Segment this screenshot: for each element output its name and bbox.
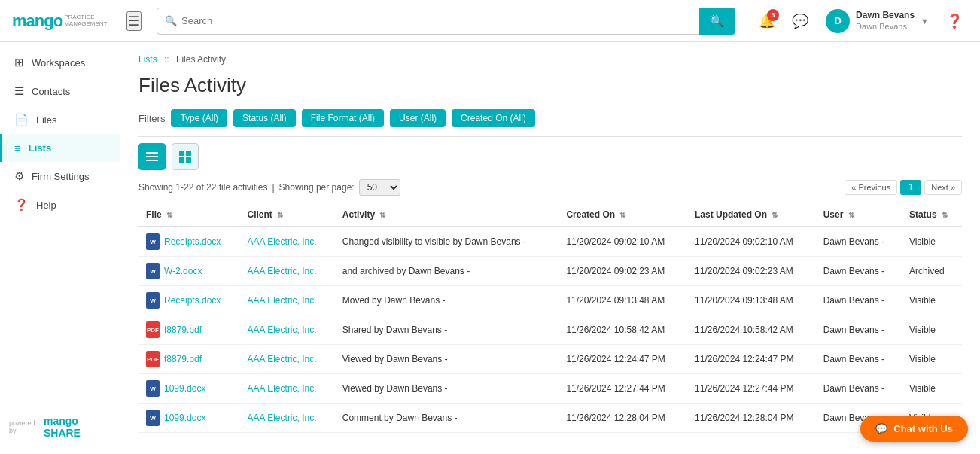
cell-created-1: 11/20/2024 09:02:23 AM — [558, 257, 687, 286]
file-link-5[interactable]: W 1099.docx — [146, 380, 233, 397]
next-button[interactable]: Next » — [924, 180, 962, 195]
file-icon-3: PDF — [146, 321, 160, 338]
filter-format-button[interactable]: File Format (All) — [302, 109, 384, 127]
workspaces-icon: ⊞ — [14, 56, 24, 69]
breadcrumb: Lists :: Files Activity — [138, 54, 962, 65]
file-link-3[interactable]: PDF f8879.pdf — [146, 321, 233, 338]
client-link-3[interactable]: AAA Electric, Inc. — [248, 325, 317, 335]
cell-activity-4: Viewed by Dawn Bevans - — [335, 345, 559, 374]
svg-rect-6 — [186, 157, 191, 163]
file-name-4: f8879.pdf — [164, 354, 202, 364]
cell-file-1: W W-2.docx — [138, 257, 240, 286]
cell-client-3: AAA Electric, Inc. — [240, 315, 335, 345]
file-link-6[interactable]: W 1099.docx — [146, 410, 233, 426]
filter-user-button[interactable]: User (All) — [390, 109, 446, 127]
cell-client-4: AAA Electric, Inc. — [240, 345, 335, 374]
col-last-updated[interactable]: Last Updated On ⇅ — [687, 203, 816, 227]
sidebar-item-files[interactable]: 📄 Files — [0, 105, 120, 134]
cell-user-5: Dawn Bevans - — [816, 374, 902, 404]
file-link-1[interactable]: W W-2.docx — [146, 263, 233, 279]
user-menu[interactable]: D Dawn Bevans Dawn Bevans ▼ — [820, 6, 935, 36]
file-link-2[interactable]: W Receipts.docx — [146, 292, 233, 309]
filter-type-button[interactable]: Type (All) — [171, 109, 227, 127]
notification-badge: 3 — [767, 9, 779, 21]
pagination-left: Showing 1-22 of 22 file activities | Sho… — [138, 179, 400, 196]
client-link-4[interactable]: AAA Electric, Inc. — [248, 354, 317, 364]
previous-button[interactable]: « Previous — [845, 180, 897, 195]
list-view-button[interactable] — [138, 143, 166, 170]
showing-per-label: Showing per page: — [279, 182, 355, 193]
col-user[interactable]: User ⇅ — [816, 203, 902, 227]
sort-updated-icon: ⇅ — [772, 211, 778, 219]
file-link-0[interactable]: W Receipts.docx — [146, 233, 233, 250]
col-status[interactable]: Status ⇅ — [902, 203, 962, 227]
pagination-right: « Previous 1 Next » — [845, 180, 962, 195]
file-name-6: 1099.docx — [164, 413, 205, 423]
client-link-6[interactable]: AAA Electric, Inc. — [248, 413, 317, 423]
sidebar-item-label: Help — [36, 200, 56, 211]
cell-status-3: Visible — [902, 315, 962, 345]
col-file[interactable]: File ⇅ — [138, 203, 240, 227]
sort-activity-icon: ⇅ — [379, 211, 385, 219]
table-row: W 1099.docx AAA Electric, Inc. Viewed by… — [138, 374, 962, 404]
help-button[interactable]: ❓ — [941, 8, 968, 35]
file-icon-5: W — [146, 380, 160, 397]
table-row: W W-2.docx AAA Electric, Inc. and archiv… — [138, 257, 962, 286]
notification-button[interactable]: 🔔 3 — [753, 8, 781, 35]
table-view-button[interactable] — [172, 143, 199, 170]
search-button[interactable]: 🔍 — [699, 8, 735, 35]
col-file-label: File — [146, 209, 162, 220]
client-link-2[interactable]: AAA Electric, Inc. — [248, 295, 317, 306]
filter-created-button[interactable]: Created On (All) — [452, 109, 535, 127]
sidebar-item-lists[interactable]: ≡ Lists — [0, 134, 120, 162]
sort-user-icon: ⇅ — [848, 211, 854, 219]
col-client[interactable]: Client ⇅ — [240, 203, 335, 227]
cell-client-1: AAA Electric, Inc. — [240, 257, 335, 286]
message-button[interactable]: 💬 — [787, 8, 814, 35]
view-buttons — [138, 143, 962, 170]
client-link-1[interactable]: AAA Electric, Inc. — [248, 266, 317, 276]
sidebar-item-help[interactable]: ❓ Help — [0, 190, 120, 219]
cell-created-4: 11/26/2024 12:24:47 PM — [558, 345, 687, 374]
sidebar-item-workspaces[interactable]: ⊞ Workspaces — [0, 48, 120, 77]
hamburger-button[interactable]: ☰ — [126, 11, 142, 31]
client-link-0[interactable]: AAA Electric, Inc. — [248, 236, 317, 247]
col-client-label: Client — [248, 209, 272, 220]
per-page-select[interactable]: 10 25 50 100 — [359, 179, 400, 196]
sort-client-icon: ⇅ — [277, 211, 283, 219]
cell-file-4: PDF f8879.pdf — [138, 345, 240, 374]
client-link-5[interactable]: AAA Electric, Inc. — [248, 383, 317, 394]
chat-button[interactable]: 💬 Chat with Us — [860, 416, 968, 442]
cell-created-5: 11/26/2024 12:27:44 PM — [558, 374, 687, 404]
file-icon-2: W — [146, 292, 160, 309]
cell-created-2: 11/20/2024 09:13:48 AM — [558, 286, 687, 315]
avatar: D — [826, 9, 850, 33]
search-input[interactable] — [181, 15, 699, 26]
user-name-block: Dawn Bevans Dawn Bevans — [856, 10, 915, 32]
showing-text: Showing 1-22 of 22 file activities — [138, 182, 267, 193]
file-name-2: Receipts.docx — [164, 295, 221, 306]
file-icon-1: W — [146, 263, 160, 279]
col-created-on[interactable]: Created On ⇅ — [558, 203, 687, 227]
breadcrumb-parent[interactable]: Lists — [138, 54, 157, 65]
cell-user-2: Dawn Bevans - — [816, 286, 902, 315]
sidebar-item-firm-settings[interactable]: ⚙ Firm Settings — [0, 162, 120, 190]
table-row: W Receipts.docx AAA Electric, Inc. Chang… — [138, 227, 962, 257]
sidebar-item-contacts[interactable]: ☰ Contacts — [0, 77, 120, 105]
cell-user-1: Dawn Bevans - — [816, 257, 902, 286]
data-table: File ⇅ Client ⇅ Activity ⇅ Created On ⇅ — [138, 203, 962, 433]
share-logo-text: mango SHARE — [44, 415, 111, 439]
filter-status-button[interactable]: Status (All) — [233, 109, 296, 127]
file-icon-4: PDF — [146, 351, 160, 367]
col-activity[interactable]: Activity ⇅ — [335, 203, 559, 227]
mango-share-logo: powered by mango SHARE — [0, 409, 120, 445]
file-link-4[interactable]: PDF f8879.pdf — [146, 351, 233, 367]
logo-text: mango — [12, 11, 62, 31]
breadcrumb-separator: :: — [164, 54, 172, 65]
cell-activity-5: Viewed by Dawn Bevans - — [335, 374, 559, 404]
col-activity-label: Activity — [342, 209, 375, 220]
firm-settings-icon: ⚙ — [14, 169, 24, 183]
cell-created-6: 11/26/2024 12:28:04 PM — [558, 404, 687, 433]
pagination-row: Showing 1-22 of 22 file activities | Sho… — [138, 179, 962, 196]
sidebar-item-label: Contacts — [32, 86, 70, 97]
